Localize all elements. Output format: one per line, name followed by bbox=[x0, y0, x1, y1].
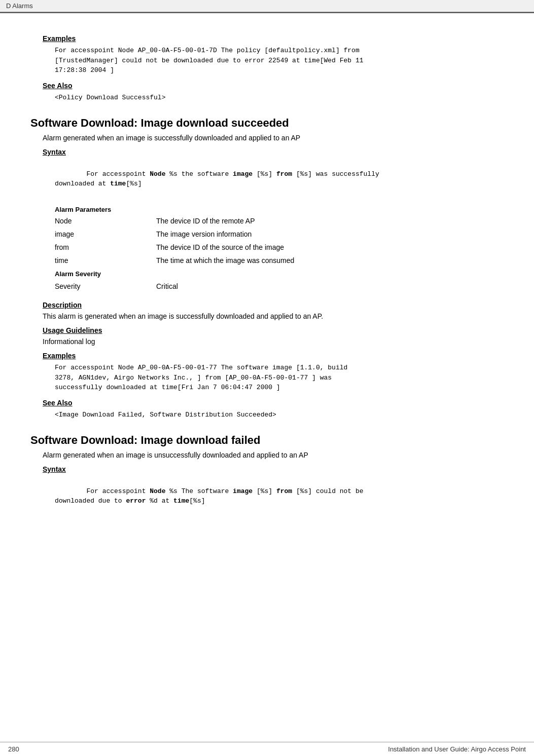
syntax2-error: error bbox=[126, 497, 146, 505]
syntax2-part5: %d at bbox=[146, 497, 173, 505]
section1-alarm-params-header: Alarm Parameters bbox=[55, 206, 504, 213]
section2-intro: Alarm generated when an image is unsucce… bbox=[43, 451, 504, 459]
section1-seealso-code: <Image Download Failed, Software Distrib… bbox=[55, 410, 504, 420]
prev-section: Examples For accesspoint Node AP_00-0A-F… bbox=[30, 34, 504, 102]
prev-examples-heading: Examples bbox=[43, 34, 504, 43]
section1-intro: Alarm generated when an image is success… bbox=[43, 134, 504, 142]
section2-syntax-code: For accesspoint Node %s The software ima… bbox=[55, 476, 504, 516]
severity-key: Severity bbox=[55, 282, 156, 290]
syntax1-part5: [%s] bbox=[126, 180, 141, 187]
section1-syntax-code: For accesspoint Node %s the software ima… bbox=[55, 159, 504, 199]
page-container: D Alarms Examples For accesspoint Node A… bbox=[0, 0, 534, 756]
param-desc-from: The device ID of the source of the image bbox=[156, 243, 504, 251]
footer-text: Installation and User Guide: Airgo Acces… bbox=[388, 745, 526, 753]
severity-value: Critical bbox=[156, 282, 504, 290]
section1-syntax-heading: Syntax bbox=[43, 148, 504, 156]
param-row-image: image The image version information bbox=[55, 228, 504, 241]
section2-syntax-heading: Syntax bbox=[43, 465, 504, 473]
syntax2-part2: %s The software bbox=[165, 487, 233, 495]
page-number: 280 bbox=[8, 745, 19, 753]
syntax1-part3: [%s] bbox=[253, 170, 276, 178]
top-divider bbox=[0, 12, 534, 13]
section1-examples-code: For accesspoint Node AP_00-0A-F5-00-01-7… bbox=[55, 363, 504, 393]
section1-usage-heading: Usage Guidelines bbox=[43, 326, 504, 334]
section1-seealso-heading: See Also bbox=[43, 399, 504, 407]
syntax2-part3: [%s] bbox=[253, 487, 276, 495]
section1-usage-text: Informational log bbox=[43, 337, 504, 346]
prev-examples-code: For accesspoint Node AP_00-0A-F5-00-01-7… bbox=[55, 46, 504, 75]
param-row-from: from The device ID of the source of the … bbox=[55, 241, 504, 254]
param-key-time: time bbox=[55, 256, 156, 264]
prev-seealso-code: <Policy Download Successful> bbox=[55, 93, 504, 103]
param-row-node: Node The device ID of the remote AP bbox=[55, 214, 504, 228]
syntax2-part1: For accesspoint bbox=[86, 487, 150, 495]
alarm-params-label: Alarm Parameters bbox=[55, 206, 111, 213]
section1-title: Software Download: Image download succee… bbox=[30, 117, 504, 130]
section-image-download-succeeded: Software Download: Image download succee… bbox=[30, 117, 504, 420]
syntax1-from: from bbox=[276, 170, 292, 178]
section1-description-heading: Description bbox=[43, 301, 504, 309]
syntax1-image: image bbox=[233, 170, 253, 178]
section1-description-text: This alarm is generated when an image is… bbox=[43, 312, 504, 320]
syntax2-part6: [%s] bbox=[189, 497, 205, 505]
bottom-bar: 280 Installation and User Guide: Airgo A… bbox=[0, 742, 534, 756]
alarm-severity-label: Alarm Severity bbox=[55, 270, 101, 278]
syntax2-time: time bbox=[173, 497, 189, 505]
syntax2-image: image bbox=[233, 487, 253, 495]
top-bar: D Alarms bbox=[0, 0, 534, 12]
section2-title: Software Download: Image download failed bbox=[30, 434, 504, 447]
section1-params: Node The device ID of the remote AP imag… bbox=[30, 214, 504, 267]
section1-severity-row: Severity Critical bbox=[55, 280, 504, 293]
param-desc-node: The device ID of the remote AP bbox=[156, 217, 504, 225]
chapter-label: D Alarms bbox=[6, 2, 33, 10]
section1-examples-heading: Examples bbox=[43, 352, 504, 360]
syntax2-from: from bbox=[276, 487, 292, 495]
section1-alarm-severity-header: Alarm Severity bbox=[55, 270, 504, 278]
syntax1-node: Node bbox=[150, 170, 165, 178]
prev-seealso-heading: See Also bbox=[43, 82, 504, 90]
syntax1-time: time bbox=[110, 180, 126, 187]
param-desc-time: The time at which the image was consumed bbox=[156, 256, 504, 264]
content-area: Examples For accesspoint Node AP_00-0A-F… bbox=[0, 18, 534, 742]
syntax1-part2: %s the software bbox=[165, 170, 233, 178]
param-row-time: time The time at which the image was con… bbox=[55, 254, 504, 267]
param-key-node: Node bbox=[55, 217, 156, 225]
param-desc-image: The image version information bbox=[156, 230, 504, 238]
param-key-from: from bbox=[55, 243, 156, 251]
syntax1-part1: For accesspoint bbox=[86, 170, 150, 178]
param-key-image: image bbox=[55, 230, 156, 238]
section-image-download-failed: Software Download: Image download failed… bbox=[30, 434, 504, 516]
syntax2-node: Node bbox=[150, 487, 165, 495]
